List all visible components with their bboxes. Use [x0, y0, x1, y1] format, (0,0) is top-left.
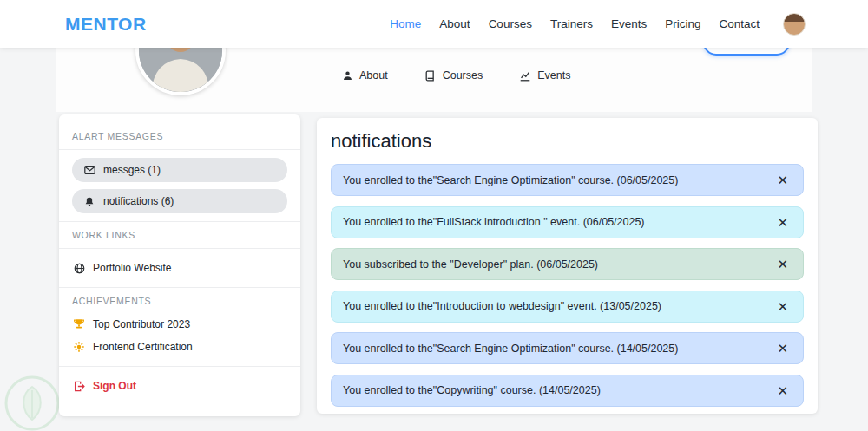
tab-courses-label: Courses — [443, 69, 483, 82]
line-chart-icon — [519, 70, 531, 82]
notification-row: You enrolled to the"Copywriting" course.… — [331, 375, 804, 407]
achievement-label: Top Contributor 2023 — [93, 318, 190, 330]
nav-item-trainers[interactable]: Trainers — [550, 17, 593, 30]
profile-tabs: About Courses Events — [341, 69, 570, 82]
close-icon[interactable]: ✕ — [773, 172, 792, 188]
achievement-top-contributor: Top Contributor 2023 — [72, 313, 287, 336]
work-links-heading: WORK LINKS — [72, 230, 287, 240]
notifications-title: notifications — [331, 130, 804, 153]
tab-about[interactable]: About — [341, 69, 388, 82]
close-icon[interactable]: ✕ — [773, 256, 792, 272]
notifications-label: notifications (6) — [103, 195, 174, 207]
close-icon[interactable]: ✕ — [773, 382, 792, 399]
sign-out-label: Sign Out — [93, 380, 136, 392]
notification-row: You enrolled to the"Introduction to webd… — [331, 291, 804, 323]
notification-row: You enrolled to the"FullStack introducti… — [331, 206, 804, 238]
portfolio-website-label: Portfolio Website — [93, 262, 172, 274]
achievement-frontend-certification: Frontend Certification — [72, 336, 287, 358]
notification-text: You enrolled to the"Copywriting" course.… — [343, 384, 601, 396]
envelope-icon — [83, 165, 95, 175]
notifications-card: notifications You enrolled to the"Search… — [317, 118, 818, 414]
person-icon — [341, 70, 353, 82]
portfolio-website-link[interactable]: Portfolio Website — [72, 257, 287, 279]
page: MENTOR Home About Courses Trainers Event… — [0, 0, 868, 431]
notification-row: You enrolled to the"Search Engine Optimi… — [331, 164, 804, 196]
notifications-button[interactable]: notifications (6) — [72, 189, 287, 213]
notification-text: You enrolled to the"Search Engine Optimi… — [343, 343, 678, 355]
nav-item-home[interactable]: Home — [390, 17, 421, 30]
tab-courses[interactable]: Courses — [424, 69, 483, 82]
close-icon[interactable]: ✕ — [773, 340, 792, 356]
close-icon[interactable]: ✕ — [773, 298, 792, 315]
globe-icon — [73, 263, 85, 274]
top-navbar: MENTOR Home About Courses Trainers Event… — [0, 0, 868, 48]
achievements-heading: ACHIEVEMENTS — [72, 296, 287, 306]
divider — [59, 366, 300, 367]
close-icon[interactable]: ✕ — [773, 214, 792, 231]
watermark-logo — [2, 373, 62, 431]
sidebar-card: ALART MESSAGES messges (1) notifications… — [59, 114, 300, 416]
divider — [59, 287, 300, 288]
notification-text: You enrolled to the"FullStack introducti… — [343, 216, 645, 228]
book-icon — [424, 70, 437, 82]
notification-text: You enrolled to the"Introduction to webd… — [343, 300, 661, 312]
nav-item-courses[interactable]: Courses — [489, 17, 532, 30]
achievement-label: Frontend Certification — [93, 341, 193, 353]
sign-out-button[interactable]: Sign Out — [72, 375, 287, 397]
messages-button[interactable]: messges (1) — [72, 158, 287, 182]
trophy-icon — [73, 318, 85, 330]
notification-text: You subscribed to the "Developer" plan. … — [343, 258, 598, 271]
brand-logo[interactable]: MENTOR — [65, 14, 147, 35]
user-avatar[interactable] — [783, 13, 806, 36]
messages-label: messges (1) — [103, 164, 161, 176]
main-navigation: Home About Courses Trainers Events Prici… — [390, 13, 806, 36]
tab-about-label: About — [359, 69, 388, 82]
divider — [59, 248, 300, 249]
divider — [59, 221, 300, 222]
notification-text: You enrolled to the"Search Engine Optimi… — [343, 174, 678, 186]
nav-item-pricing[interactable]: Pricing — [665, 17, 700, 30]
notification-row: You subscribed to the "Developer" plan. … — [331, 248, 804, 280]
bell-icon — [83, 196, 95, 207]
alert-messages-heading: ALART MESSAGES — [72, 131, 287, 141]
nav-item-events[interactable]: Events — [611, 17, 647, 30]
notification-row: You enrolled to the"Search Engine Optimi… — [331, 332, 804, 364]
divider — [59, 149, 300, 150]
tab-events[interactable]: Events — [519, 69, 570, 82]
tab-events-label: Events — [537, 69, 570, 82]
nav-item-contact[interactable]: Contact — [719, 17, 760, 30]
sign-out-icon — [73, 381, 85, 392]
nav-item-about[interactable]: About — [439, 17, 470, 30]
certification-icon — [73, 341, 85, 353]
